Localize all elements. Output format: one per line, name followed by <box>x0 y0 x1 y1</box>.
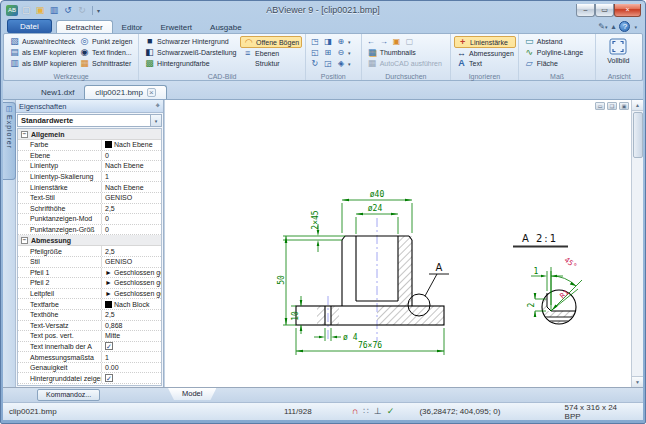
dropdown-icon[interactable]: ▾ <box>348 61 354 67</box>
close-button[interactable]: × <box>614 4 641 17</box>
zoom-in-icon[interactable]: ⊕ <box>335 37 347 47</box>
redo-icon[interactable]: ↻ <box>76 5 88 16</box>
property-value[interactable]: 2,5 <box>102 246 161 256</box>
previous-view-icon[interactable]: ◲ <box>322 59 334 69</box>
polyline-laenge-button[interactable]: ∿Polyline-Länge <box>522 47 585 58</box>
chevron-down-icon[interactable]: ▾ <box>150 115 161 126</box>
property-value[interactable]: Nach Ebene <box>102 161 161 171</box>
offene-boegen-button[interactable]: ◠Offene Bögen <box>240 36 302 48</box>
property-value[interactable]: ✓ <box>102 342 161 352</box>
canvas-tool-icon-3[interactable]: ▣ <box>619 102 629 110</box>
dropdown-icon[interactable]: ▾ <box>348 50 354 56</box>
property-value[interactable]: 0,868 <box>102 321 161 331</box>
canvas-tool-icon-2[interactable]: ❑ <box>607 102 617 110</box>
canvas-tool-icon-1[interactable]: ▭ <box>595 102 605 110</box>
app-logo-icon[interactable]: AB <box>6 5 18 16</box>
property-value[interactable]: 2,5 <box>102 310 161 320</box>
collapse-icon[interactable]: − <box>21 131 28 138</box>
style-dropdown-icon[interactable]: ✎▾ <box>598 22 607 31</box>
hintergrundfarbe-button[interactable]: ▩Hintergrundfarbe <box>142 58 240 69</box>
property-value[interactable]: GENISO <box>102 193 161 203</box>
tab-erweitert[interactable]: Erweitert <box>152 21 202 33</box>
new-file-icon[interactable]: ▢ <box>20 5 32 16</box>
zoom-out-icon[interactable]: ⊖ <box>335 48 347 58</box>
maximize-button[interactable]: ▭ <box>595 4 614 17</box>
tab-datei[interactable]: Datei <box>7 19 52 33</box>
save-icon[interactable]: ▥ <box>48 5 60 16</box>
property-value[interactable]: ►Geschlossen gefüllt <box>102 278 161 288</box>
property-value[interactable]: ►Geschlossen gefüllt <box>102 289 161 299</box>
abmessungen-button[interactable]: ↔Abmessungen <box>454 48 516 59</box>
help-dropdown-icon[interactable]: ▾ <box>634 24 637 30</box>
open-file-icon[interactable]: ▣ <box>34 5 46 16</box>
explorer-vertical-tab[interactable]: ◫ Explorer <box>3 102 16 180</box>
tab-ausgabe[interactable]: Ausgabe <box>201 21 251 33</box>
snap-magnet-icon[interactable]: ∩ <box>352 407 359 416</box>
tab-betrachter[interactable]: Betrachter <box>56 20 113 33</box>
help-icon[interactable]: ? <box>619 21 630 32</box>
checkbox-checked[interactable]: ✓ <box>105 374 113 382</box>
property-value[interactable]: 1 <box>102 172 161 182</box>
checkbox-checked[interactable]: ✓ <box>105 342 113 350</box>
zoom-extents-icon[interactable]: ◈ <box>335 59 347 69</box>
folder-edit-icon[interactable]: ▣ <box>391 37 403 47</box>
schnittraster-button[interactable]: ▦Schnittraster <box>77 58 134 69</box>
fit-view-icon[interactable]: ⊞ <box>322 48 334 58</box>
scroll-up-icon[interactable]: ▲ <box>632 100 644 111</box>
property-value[interactable]: 0 <box>102 151 161 161</box>
vollbild-button[interactable]: Vollbild <box>599 36 637 69</box>
property-value[interactable]: ►Geschlossen gefüllt <box>102 268 161 278</box>
bmp-kopieren-button[interactable]: ▥als BMP kopieren <box>7 58 77 69</box>
schwarzweiss-button[interactable]: ◧Schwarzweiß-Darstellung <box>142 47 240 58</box>
title-bar[interactable]: AB ▢ ▣ ▥ ↺ ↻ ▾ ABViewer 9 - [clip0021.bm… <box>3 2 643 18</box>
undo-icon[interactable]: ↺ <box>62 5 74 16</box>
auswahlrechteck-button[interactable]: ▧Auswahlrechteck <box>7 36 77 47</box>
text-ignorieren-button[interactable]: AText <box>454 59 516 70</box>
property-value[interactable]: GENISO <box>102 257 161 267</box>
doctab-clip0021[interactable]: clip0021.bmp × <box>84 85 167 99</box>
abstand-button[interactable]: ▭Abstand <box>522 36 585 47</box>
browse-back-icon[interactable]: ← <box>365 37 377 47</box>
property-value[interactable]: 2,5 <box>102 204 161 214</box>
drawing-canvas[interactable]: ▭ ❑ ▣ <box>164 100 643 387</box>
rotate-view-icon[interactable]: ◳ <box>309 37 321 47</box>
property-group-header[interactable]: −Allgemein <box>18 129 161 140</box>
property-value[interactable]: 0 <box>102 225 161 235</box>
flaeche-button[interactable]: ▱Fläche <box>522 58 585 69</box>
property-value[interactable]: 0 <box>102 214 161 224</box>
vertical-scrollbar[interactable]: ▲ ▼ <box>631 100 643 387</box>
property-value[interactable]: 1 <box>102 352 161 362</box>
grid-icon[interactable]: ∷ <box>363 407 369 416</box>
tab-editor[interactable]: Editor <box>113 21 152 33</box>
rotate-icon[interactable]: ↻ <box>309 59 321 69</box>
property-value[interactable]: Nach Ebene <box>102 182 161 192</box>
ebenen-button[interactable]: ≡Ebenen <box>240 48 302 59</box>
minimize-button[interactable]: – <box>576 4 595 17</box>
punkt-zeigen-button[interactable]: ◎Punkt zeigen <box>77 36 134 47</box>
emf-kopieren-button[interactable]: ▤als EMF kopieren <box>7 47 77 58</box>
property-value[interactable]: Nach Ebene <box>102 140 161 150</box>
property-value[interactable]: ✓ <box>102 373 161 383</box>
scroll-down-icon[interactable]: ▼ <box>632 376 644 387</box>
collapse-ribbon-icon[interactable]: ▴ <box>611 22 615 31</box>
property-value[interactable]: Nach Block <box>102 299 161 309</box>
thumbnails-button[interactable]: ▦Thumbnails <box>365 47 444 58</box>
qat-dropdown-icon[interactable]: ▾ <box>97 7 100 14</box>
pin-icon[interactable]: ⌖ <box>155 101 160 111</box>
browse-forward-icon[interactable]: → <box>378 37 390 47</box>
kommandozeile-button[interactable]: Kommandoz... <box>37 389 100 401</box>
struktur-button[interactable]: Struktur <box>240 59 302 70</box>
model-tab[interactable]: Model <box>168 388 216 400</box>
property-value[interactable]: 0.00 <box>102 363 161 373</box>
draw-mode-icon[interactable]: ✓ <box>387 407 395 416</box>
text-finden-button[interactable]: ◉Text finden... <box>77 47 134 58</box>
property-group-header[interactable]: −Abmessung <box>18 235 161 246</box>
pan-icon[interactable]: ◱ <box>309 48 321 58</box>
scrollbar-thumb[interactable] <box>633 112 643 158</box>
dropdown-icon[interactable]: ▾ <box>348 39 354 45</box>
collapse-icon[interactable]: − <box>21 237 28 244</box>
property-value[interactable]: Mitte <box>102 331 161 341</box>
linienstaerke-button[interactable]: +Linienstärke <box>454 36 516 48</box>
close-tab-icon[interactable]: × <box>147 88 156 97</box>
doctab-new1[interactable]: New1.dxf <box>31 86 84 99</box>
